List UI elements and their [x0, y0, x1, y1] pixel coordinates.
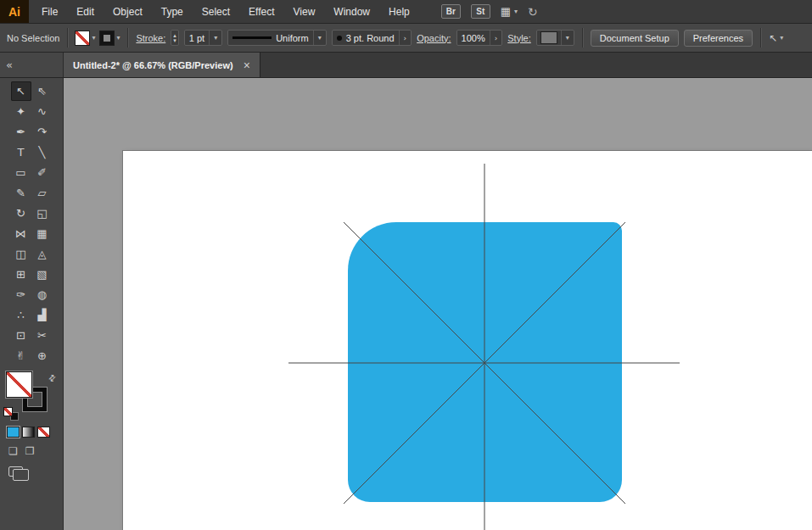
fill-color-control[interactable]: ▾ [76, 31, 95, 45]
draw-behind-icon[interactable]: ❐ [25, 445, 35, 457]
illustrator-window: Ai FileEditObjectTypeSelectEffectViewWin… [0, 0, 812, 530]
pencil-tool[interactable]: ✎ [11, 183, 31, 203]
style-label[interactable]: Style: [507, 33, 531, 43]
pen-icon: ✒ [16, 126, 25, 137]
tools-panel: ↖⇖✦∿✒↷T╲▭✐✎▱↻◱⋈▦◫◬⊞▧✑◍∴▟⊡✂✌⊕ ⇄ ❏ ❐ [0, 78, 64, 530]
selection-tool[interactable]: ↖ [11, 81, 31, 101]
column-graph-tool[interactable]: ▟ [32, 305, 53, 325]
default-fill-stroke-icon[interactable] [4, 408, 18, 420]
menu-help[interactable]: Help [379, 0, 419, 23]
opacity-label[interactable]: Opacity: [417, 33, 451, 43]
artboard[interactable] [123, 151, 812, 530]
style-swatch [541, 32, 557, 43]
stroke-label[interactable]: Stroke: [136, 33, 165, 43]
menu-bar: Ai FileEditObjectTypeSelectEffectViewWin… [0, 0, 812, 24]
paintbrush-tool[interactable]: ✐ [32, 163, 53, 182]
chevron-right-icon: › [399, 31, 407, 45]
close-tab-icon[interactable]: × [244, 59, 250, 72]
menu-effect[interactable]: Effect [239, 0, 283, 23]
opacity-input[interactable]: 100% › [456, 30, 503, 46]
width-tool[interactable]: ⋈ [11, 224, 31, 243]
eraser-tool[interactable]: ▱ [32, 183, 53, 203]
magic-wand-tool[interactable]: ✦ [11, 102, 31, 121]
document-tab[interactable]: Untitled-2* @ 66.67% (RGB/Preview) × [64, 53, 260, 77]
rotate-tool[interactable]: ↻ [11, 204, 31, 223]
screen-mode-button[interactable] [8, 466, 34, 482]
menu-file[interactable]: File [32, 0, 67, 23]
pencil-icon: ✎ [16, 187, 25, 198]
fill-stroke-cluster: ⇄ [0, 372, 63, 421]
collapse-panel-button[interactable]: « [0, 53, 64, 77]
brush-select[interactable]: 3 pt. Round › [332, 30, 412, 46]
eraser-icon: ▱ [38, 187, 47, 198]
divider [582, 28, 583, 47]
draw-normal-icon[interactable]: ❏ [8, 445, 18, 457]
select-similar-button[interactable]: ↖ ▾ [769, 32, 783, 44]
canvas-area[interactable] [64, 78, 812, 530]
bridge-button[interactable]: Br [441, 4, 461, 19]
free-transform-tool[interactable]: ▦ [32, 224, 53, 243]
document-tab-title: Untitled-2* @ 66.67% (RGB/Preview) [73, 60, 233, 70]
perspective-grid-tool[interactable]: ◬ [32, 244, 53, 264]
scale-tool[interactable]: ◱ [32, 204, 53, 223]
width-profile-select[interactable]: Uniform ▾ [227, 30, 327, 46]
hand-tool[interactable]: ✌ [11, 346, 31, 365]
stroke-color-swatch [100, 31, 114, 45]
curvature-tool[interactable]: ↷ [32, 122, 53, 142]
symbol-sprayer-tool[interactable]: ∴ [11, 305, 31, 325]
chevron-down-icon: ▾ [116, 34, 120, 42]
chevron-down-icon: ▾ [514, 8, 518, 15]
menu-window[interactable]: Window [324, 0, 379, 23]
mesh-tool[interactable]: ⊞ [11, 265, 31, 284]
type-tool[interactable]: T [11, 142, 31, 162]
mesh-icon: ⊞ [16, 269, 25, 280]
chevron-down-icon: ▾ [92, 34, 95, 42]
shape-builder-tool[interactable]: ◫ [11, 244, 31, 264]
color-mode-button[interactable] [7, 427, 20, 438]
artboard-tool[interactable]: ⊡ [11, 326, 31, 345]
rotate-icon: ↻ [16, 208, 25, 219]
arrange-documents-button[interactable]: ▦ ▾ [501, 5, 518, 18]
stroke-weight-value: 1 pt [189, 33, 204, 43]
menu-select[interactable]: Select [193, 0, 239, 23]
document-setup-button[interactable]: Document Setup [591, 30, 679, 47]
color-mode-buttons [0, 421, 63, 438]
menu-object[interactable]: Object [104, 0, 152, 23]
titlebar-actions: Br St ▦ ▾ ↻ [441, 0, 538, 23]
drawing-modes: ❏ ❐ [0, 438, 63, 457]
blend-tool[interactable]: ◍ [32, 285, 53, 304]
fill-swatch[interactable] [7, 372, 31, 397]
width-icon: ⋈ [15, 228, 26, 239]
stroke-color-control[interactable]: ▾ [100, 31, 120, 45]
pen-tool[interactable]: ✒ [11, 122, 31, 142]
direct-selection-tool[interactable]: ⇖ [32, 81, 53, 101]
sync-status-icon[interactable]: ↻ [528, 5, 538, 19]
menu-edit[interactable]: Edit [67, 0, 104, 23]
zoom-tool[interactable]: ⊕ [32, 346, 53, 365]
blend-icon: ◍ [37, 289, 47, 300]
stroke-weight-stepper[interactable]: ▴ ▾ [171, 30, 179, 46]
direct-selection-icon: ⇖ [37, 86, 47, 97]
preferences-button[interactable]: Preferences [684, 30, 753, 47]
gradient-mode-button[interactable] [22, 427, 35, 438]
chevron-right-icon: › [490, 31, 498, 45]
stepper-down-icon[interactable]: ▾ [173, 38, 176, 43]
menu-view[interactable]: View [284, 0, 325, 23]
menu-type[interactable]: Type [152, 0, 193, 23]
lasso-icon: ∿ [37, 106, 47, 117]
zoom-icon: ⊕ [37, 350, 47, 361]
line-segment-tool[interactable]: ╲ [32, 142, 53, 162]
gradient-tool[interactable]: ▧ [32, 265, 53, 284]
none-mode-button[interactable] [37, 427, 50, 438]
slice-tool[interactable]: ✂ [32, 326, 53, 345]
lasso-tool[interactable]: ∿ [32, 102, 53, 121]
stroke-weight-select[interactable]: 1 pt ▾ [184, 30, 222, 46]
style-select[interactable]: ▾ [536, 30, 574, 46]
swap-fill-stroke-icon[interactable]: ⇄ [46, 372, 58, 384]
free-transform-icon: ▦ [36, 228, 47, 239]
stock-button[interactable]: St [471, 4, 490, 19]
rectangle-tool[interactable]: ▭ [11, 163, 31, 182]
scale-icon: ◱ [36, 208, 47, 219]
slice-icon: ✂ [37, 330, 47, 341]
eyedropper-tool[interactable]: ✑ [11, 285, 31, 304]
